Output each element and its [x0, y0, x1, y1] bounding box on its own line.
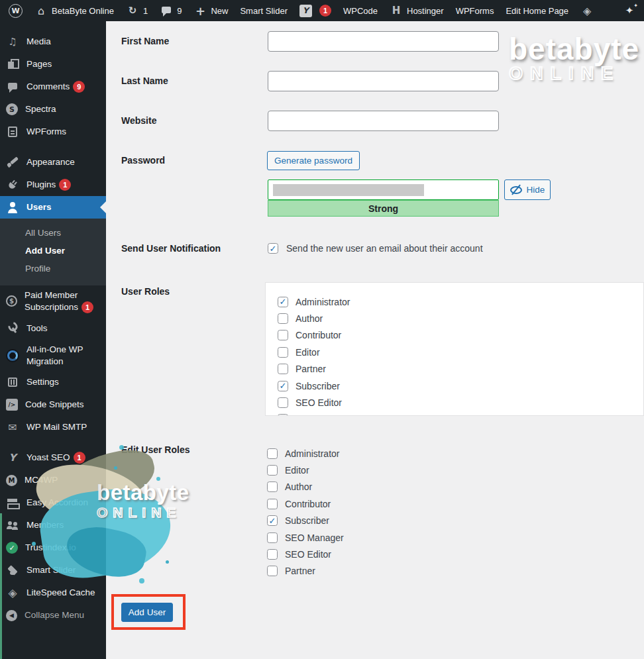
sidebar-item-yoast-seo[interactable]: Yoast SEO1: [0, 446, 106, 469]
edit-role-checkbox-contributor[interactable]: [267, 499, 278, 509]
role-checkbox-partner[interactable]: [278, 364, 288, 374]
add-user-button[interactable]: Add User: [121, 603, 173, 622]
role-label: Contributor: [295, 330, 341, 340]
edit-role-checkbox-editor[interactable]: [267, 465, 278, 476]
role-row: Subscriber: [267, 513, 344, 529]
wpcode-menu[interactable]: WPCode: [337, 0, 384, 21]
edit-home-page-menu[interactable]: Edit Home Page: [500, 0, 574, 21]
sidebar-item-tools[interactable]: Tools: [0, 317, 106, 340]
role-row: SEO Editor: [267, 546, 344, 562]
role-label: SEO Manager: [285, 532, 344, 543]
current-menu-arrow: [100, 201, 106, 213]
sidebar-item-easy-accordion[interactable]: Easy Accordion: [0, 491, 106, 514]
hostinger-menu[interactable]: Hostinger: [384, 0, 450, 21]
sidebar-item-all-users[interactable]: All Users: [0, 224, 106, 242]
wpforms-label: WPForms: [456, 6, 494, 16]
sidebar-item-comments[interactable]: Comments9: [0, 76, 106, 98]
role-checkbox-subscriber[interactable]: [278, 381, 288, 391]
edit-role-checkbox-administrator[interactable]: [267, 448, 278, 459]
sidebar-item-label: Members: [27, 519, 102, 531]
last-name-input[interactable]: [268, 71, 499, 91]
sidebar-item-ai1wm[interactable]: All-in-One WP Migration: [0, 340, 106, 371]
sidebar-item-paid-member-subscriptions[interactable]: Paid Member Subscriptions1: [0, 285, 106, 317]
wp-logo-menu[interactable]: [3, 0, 28, 21]
role-label: Subscriber: [295, 381, 340, 391]
pages-icon: [6, 58, 19, 71]
sidebar-item-members[interactable]: Members: [0, 514, 106, 536]
sidebar-item-media[interactable]: Media: [0, 30, 106, 53]
smart-slider-menu[interactable]: Smart Slider: [234, 0, 294, 21]
password-strength-meter: Strong: [268, 200, 499, 217]
sidebar-item-mc4wp[interactable]: MC4WP: [0, 469, 106, 491]
edit-role-checkbox-author[interactable]: [267, 482, 278, 492]
yoast-badge: 1: [74, 452, 85, 464]
role-row: Administrator: [278, 293, 643, 310]
edit-home-label: Edit Home Page: [506, 6, 568, 16]
user-roles-label: User Roles: [121, 286, 170, 297]
password-input[interactable]: [268, 179, 499, 200]
litespeed-topbar-menu[interactable]: [574, 0, 600, 21]
sidebar-item-code-snippets[interactable]: Code Snippets: [0, 393, 106, 416]
role-row: Contributor: [267, 495, 344, 512]
code-snippets-icon: [6, 399, 18, 411]
edit-role-checkbox-seo-manager[interactable]: [267, 532, 278, 543]
role-row: Subscriber: [278, 378, 643, 394]
sidebar-item-smart-slider[interactable]: Smart Slider: [0, 559, 106, 582]
new-label: New: [211, 6, 228, 16]
sidebar-item-label: WP Mail SMTP: [27, 421, 102, 433]
litespeed-diamond-icon: [580, 4, 594, 17]
ai-assistant-menu[interactable]: [617, 0, 644, 21]
yoast-menu[interactable]: 1: [294, 0, 337, 21]
sidebar-item-label: Spectra: [25, 103, 102, 115]
edit-role-checkbox-partner[interactable]: [267, 566, 278, 576]
hide-password-button[interactable]: Hide: [504, 179, 551, 200]
website-input[interactable]: [268, 111, 499, 131]
role-checkbox-contributor[interactable]: [278, 330, 288, 340]
sidebar-edge-strip: [0, 513, 2, 659]
sidebar-item-litespeed-cache[interactable]: LiteSpeed Cache: [0, 582, 106, 604]
comments-menu[interactable]: 9: [154, 0, 188, 21]
sidebar-item-pages[interactable]: Pages: [0, 53, 106, 76]
first-name-input[interactable]: [268, 31, 499, 52]
site-name: BetaByte Online: [52, 6, 114, 16]
sidebar-item-label: Code Snippets: [25, 399, 102, 411]
role-checkbox-seo-editor[interactable]: [278, 397, 288, 408]
sidebar-item-label: LiteSpeed Cache: [27, 587, 102, 599]
website-label: Website: [121, 115, 156, 126]
sidebar-item-wp-mail-smtp[interactable]: WP Mail SMTP: [0, 416, 106, 438]
trustindex-check-icon: [6, 542, 18, 554]
role-checkbox-seo-manager[interactable]: [278, 414, 288, 416]
accordion-bars-icon: [6, 496, 19, 509]
sidebar-item-collapse-menu[interactable]: Collapse Menu: [0, 604, 106, 627]
sidebar-item-wpforms[interactable]: WPForms: [0, 121, 106, 143]
updates-count: 1: [143, 6, 148, 16]
password-redacted-value: [273, 184, 424, 196]
generate-password-button[interactable]: Generate password: [267, 151, 360, 170]
role-checkbox-editor[interactable]: [278, 347, 288, 358]
new-content-menu[interactable]: New: [188, 0, 234, 21]
role-checkbox-administrator[interactable]: [278, 297, 288, 307]
sidebar-item-trustindex[interactable]: Trustindex.io: [0, 536, 106, 559]
sidebar-item-label: WPForms: [27, 126, 102, 138]
role-label: Partner: [285, 566, 315, 576]
plus-icon: [193, 4, 207, 17]
sidebar-item-settings[interactable]: Settings: [0, 371, 106, 393]
sidebar-item-add-user[interactable]: Add User: [0, 242, 106, 260]
sidebar-item-profile[interactable]: Profile: [0, 260, 106, 278]
sidebar-item-appearance[interactable]: Appearance: [0, 151, 106, 174]
sidebar-item-label: Appearance: [27, 156, 102, 168]
sidebar-item-spectra[interactable]: Spectra: [0, 98, 106, 121]
sidebar-item-users[interactable]: Users: [0, 196, 106, 219]
edit-role-checkbox-subscriber[interactable]: [267, 515, 278, 526]
tools-wrench-icon: [3, 319, 22, 338]
edit-role-checkbox-seo-editor[interactable]: [267, 549, 278, 560]
updates-menu[interactable]: 1: [120, 0, 154, 21]
role-row: Partner: [278, 361, 643, 378]
site-name-menu[interactable]: BetaByte Online: [28, 0, 120, 21]
role-label: SEO Manager: [295, 414, 354, 416]
send-notification-checkbox[interactable]: [268, 243, 278, 254]
role-checkbox-author[interactable]: [278, 313, 288, 324]
wpforms-menu[interactable]: WPForms: [450, 0, 500, 21]
sidebar-item-plugins[interactable]: Plugins1: [0, 174, 106, 196]
admin-sidebar: Media Pages Comments9 Spectra WPForms Ap…: [0, 21, 106, 659]
